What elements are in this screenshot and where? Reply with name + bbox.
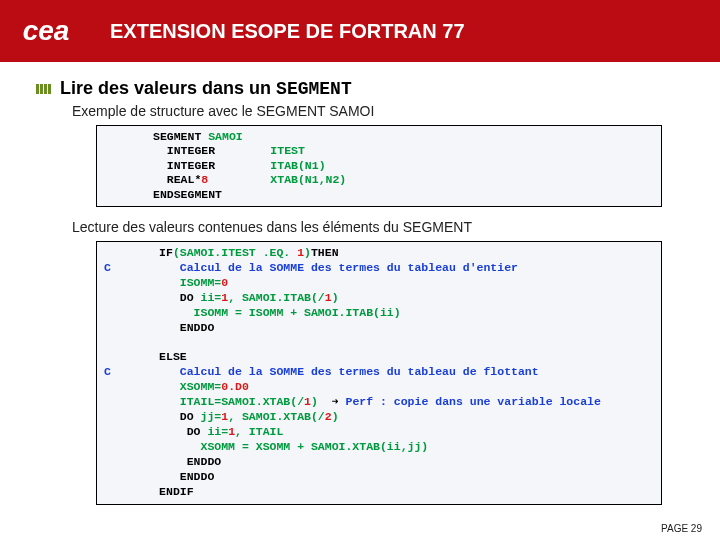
logo: cea [0,0,92,62]
section-heading-row: Lire des valeurs dans un SEGMENT [36,78,692,99]
page-number: PAGE 29 [661,523,702,534]
section-title-b: SEGMENT [276,79,352,99]
section-subtitle-1: Exemple de structure avec le SEGMENT SAM… [72,103,692,119]
logo-text: cea [23,15,70,47]
content-area: Lire des valeurs dans un SEGMENT Exemple… [0,62,720,505]
section-title-a: Lire des valeurs dans un [60,78,276,98]
page-title: EXTENSION ESOPE DE FORTRAN 77 [110,20,465,43]
section-subtitle-2: Lecture des valeurs contenues dans les é… [72,219,692,235]
code-block-2: IF(SAMOI.ITEST .EQ. 1)THEN C Calcul de l… [96,241,662,505]
code-block-1: SEGMENT SAMOI INTEGER ITEST INTEGER ITAB… [96,125,662,207]
section-title: Lire des valeurs dans un SEGMENT [60,78,352,99]
bullet-icon [36,84,54,94]
header-bar: cea EXTENSION ESOPE DE FORTRAN 77 [0,0,720,62]
